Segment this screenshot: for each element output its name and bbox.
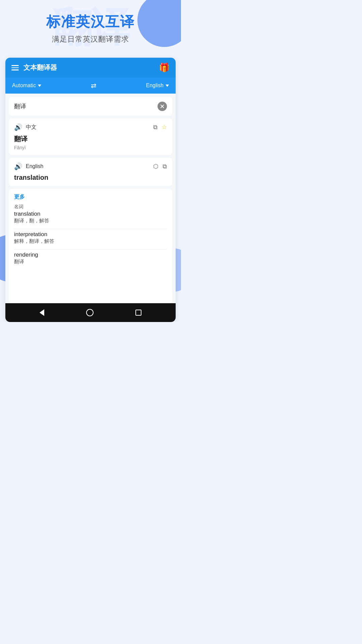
recent-icon — [135, 310, 141, 316]
navigation-bar — [5, 303, 176, 322]
more-label: 更多 — [14, 194, 167, 201]
hero-section: 标准英汉互译 满足日常英汉翻译需求 — [0, 0, 181, 51]
more-meaning-1: 解释，翻译，解答 — [14, 238, 167, 245]
more-word-0: translation — [14, 211, 167, 217]
divider-1 — [14, 249, 167, 250]
hero-title: 标准英汉互译 — [10, 13, 171, 30]
more-section: 更多 名词 translation 翻译，翻，解答 interpretation… — [9, 189, 172, 303]
source-language-label: Automatic — [12, 83, 36, 89]
more-entry-0: 名词 translation 翻译，翻，解答 — [14, 204, 167, 224]
app-card: 文本翻译器 🎁 Automatic ⇄ English 翻译 — [5, 58, 176, 322]
chinese-speaker-icon[interactable]: 🔊 — [14, 123, 22, 131]
english-result-header: 🔊 English ⬡ ⧉ — [14, 162, 167, 170]
language-bar: Automatic ⇄ English — [5, 77, 176, 94]
english-lang-label: English — [26, 163, 43, 169]
external-link-icon[interactable]: ⬡ — [153, 163, 159, 170]
pos-noun: 名词 — [14, 204, 167, 210]
chinese-lang-label: 中文 — [26, 124, 37, 131]
target-language-dropdown-icon — [166, 85, 169, 87]
more-entry-2: rendering 翻译 — [14, 252, 167, 265]
chinese-pinyin: Fānyì — [14, 145, 167, 150]
menu-icon[interactable] — [11, 65, 19, 70]
chinese-result-card: 🔊 中文 ⧉ ☆ 翻译 Fānyì — [9, 118, 172, 155]
app-title: 文本翻译器 — [23, 63, 57, 72]
target-language-button[interactable]: English — [146, 83, 169, 89]
app-header: 文本翻译器 🎁 — [5, 58, 176, 77]
more-word-2: rendering — [14, 252, 167, 258]
hero-subtitle: 满足日常英汉翻译需求 — [10, 34, 171, 44]
swap-languages-icon[interactable]: ⇄ — [91, 82, 97, 90]
chinese-result-text: 翻译 — [14, 135, 167, 144]
home-icon — [86, 309, 94, 316]
target-language-label: English — [146, 83, 164, 89]
source-language-dropdown-icon — [38, 85, 41, 87]
star-icon[interactable]: ☆ — [162, 123, 167, 131]
copy-chinese-icon[interactable]: ⧉ — [153, 124, 158, 131]
more-meaning-2: 翻译 — [14, 259, 167, 265]
divider-0 — [14, 229, 167, 229]
more-meaning-0: 翻译，翻，解答 — [14, 218, 167, 224]
copy-english-icon[interactable]: ⧉ — [163, 163, 167, 170]
clear-button[interactable] — [158, 102, 167, 111]
input-text[interactable]: 翻译 — [14, 102, 158, 110]
gift-icon[interactable]: 🎁 — [159, 62, 170, 73]
english-result-actions: ⬡ ⧉ — [153, 163, 167, 170]
input-section: 翻译 — [9, 97, 172, 116]
source-language-button[interactable]: Automatic — [12, 83, 41, 89]
chinese-result-actions: ⧉ ☆ — [153, 123, 167, 131]
chinese-result-header: 🔊 中文 ⧉ ☆ — [14, 123, 167, 131]
more-word-1: interpretation — [14, 231, 167, 238]
more-entry-1: interpretation 解释，翻译，解答 — [14, 231, 167, 245]
english-result-card: 🔊 English ⬡ ⧉ translation — [9, 158, 172, 186]
recent-apps-button[interactable] — [135, 310, 141, 316]
back-icon — [40, 309, 44, 316]
english-result-text: translation — [14, 174, 167, 181]
home-button[interactable] — [86, 309, 94, 316]
back-button[interactable] — [40, 309, 44, 316]
english-speaker-icon[interactable]: 🔊 — [14, 162, 22, 170]
